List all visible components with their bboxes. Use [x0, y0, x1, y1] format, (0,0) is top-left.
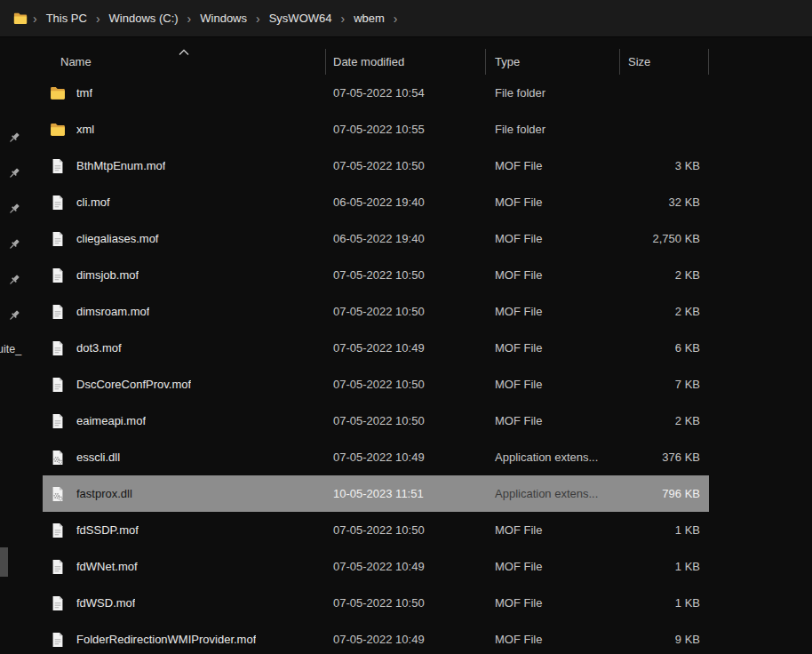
file-type: MOF File	[486, 560, 620, 573]
column-header-type[interactable]: Type	[486, 49, 620, 75]
document-icon	[49, 376, 67, 394]
file-row[interactable]: tmf 07-05-2022 10:54 File folder	[43, 75, 709, 111]
column-header-size[interactable]: Size	[620, 49, 709, 75]
nav-scrollbar-thumb[interactable]	[0, 547, 8, 577]
file-name-cell: xml	[43, 121, 326, 139]
document-icon	[49, 558, 67, 576]
breadcrumb-chevron-icon[interactable]: ›	[30, 12, 40, 25]
pin-icon[interactable]	[6, 202, 21, 217]
file-size: 1 KB	[620, 523, 709, 537]
column-header-date-modified[interactable]: Date modified	[326, 49, 486, 75]
breadcrumb-chevron-icon[interactable]: ›	[93, 12, 103, 25]
file-row[interactable]: fastprox.dll 10-05-2023 11:51 Applicatio…	[43, 475, 709, 512]
nav-item-clipped-label[interactable]: uite_	[0, 343, 21, 355]
file-name: eaimeapi.mof	[76, 414, 146, 427]
file-type: File folder	[486, 86, 620, 100]
file-type: Application extens...	[486, 487, 620, 500]
pin-icon[interactable]	[6, 273, 21, 288]
file-size: 32 KB	[620, 195, 709, 209]
file-row[interactable]: cli.mof 06-05-2022 19:40 MOF File 32 KB	[43, 184, 709, 220]
file-name-cell: fdSSDP.mof	[43, 522, 326, 539]
file-size: 6 KB	[620, 341, 709, 355]
file-row[interactable]: FolderRedirectionWMIProvider.mof 07-05-2…	[43, 621, 709, 654]
file-date-modified: 07-05-2022 10:50	[326, 378, 486, 391]
file-date-modified: 07-05-2022 10:55	[326, 123, 486, 136]
file-size: 2,750 KB	[620, 232, 709, 245]
file-date-modified: 07-05-2022 10:50	[326, 268, 486, 282]
file-row[interactable]: dot3.mof 07-05-2022 10:49 MOF File 6 KB	[43, 330, 709, 366]
column-header-name[interactable]: Name	[43, 49, 326, 75]
file-row[interactable]: DscCoreConfProv.mof 07-05-2022 10:50 MOF…	[43, 366, 709, 403]
file-size: 7 KB	[620, 378, 709, 391]
pin-icon[interactable]	[6, 131, 21, 146]
file-name-cell: esscli.dll	[43, 449, 326, 467]
breadcrumb-item[interactable]: Windows	[194, 8, 253, 28]
file-size: 1 KB	[620, 560, 709, 573]
file-date-modified: 06-05-2022 19:40	[326, 232, 486, 245]
explorer-content: uite_ Name Date modified Type Size tmf	[0, 37, 812, 653]
file-row[interactable]: cliegaliases.mof 06-05-2022 19:40 MOF Fi…	[43, 220, 709, 257]
breadcrumb-chevron-icon[interactable]: ›	[253, 12, 263, 25]
file-type: Application extens...	[486, 451, 620, 464]
pin-icon[interactable]	[6, 166, 21, 181]
file-row[interactable]: fdWSD.mof 07-05-2022 10:50 MOF File 1 KB	[43, 585, 709, 621]
file-row[interactable]: BthMtpEnum.mof 07-05-2022 10:50 MOF File…	[43, 148, 709, 184]
file-name: fdWNet.mof	[76, 560, 138, 573]
file-date-modified: 07-05-2022 10:50	[326, 523, 486, 537]
file-row[interactable]: fdWNet.mof 07-05-2022 10:49 MOF File 1 K…	[43, 548, 709, 585]
file-row[interactable]: esscli.dll 07-05-2022 10:49 Application …	[43, 439, 709, 475]
file-name-cell: FolderRedirectionWMIProvider.mof	[43, 631, 326, 649]
sort-ascending-icon	[179, 49, 189, 56]
file-type: File folder	[486, 123, 620, 136]
file-row[interactable]: xml 07-05-2022 10:55 File folder	[43, 111, 709, 148]
breadcrumb-item[interactable]: This PC	[40, 8, 93, 28]
file-name-cell: DscCoreConfProv.mof	[43, 376, 326, 394]
file-date-modified: 07-05-2022 10:50	[326, 414, 486, 427]
file-row[interactable]: fdSSDP.mof 07-05-2022 10:50 MOF File 1 K…	[43, 512, 709, 548]
file-size: 796 KB	[620, 487, 709, 500]
document-icon	[49, 157, 67, 175]
document-icon	[49, 522, 67, 539]
document-icon	[49, 339, 67, 357]
file-name-cell: dot3.mof	[43, 339, 326, 357]
file-name: DscCoreConfProv.mof	[76, 378, 191, 391]
breadcrumb-chevron-icon[interactable]: ›	[338, 12, 347, 25]
dll-file-icon	[49, 449, 67, 467]
file-name-cell: fdWNet.mof	[43, 558, 326, 576]
file-size: 2 KB	[620, 305, 709, 318]
file-date-modified: 07-05-2022 10:50	[326, 159, 486, 172]
document-icon	[49, 303, 67, 321]
document-icon	[49, 594, 67, 612]
file-name-cell: fdWSD.mof	[43, 594, 326, 612]
file-name: cliegaliases.mof	[76, 232, 159, 245]
document-icon	[49, 230, 67, 248]
breadcrumb-item[interactable]: Windows (C:)	[103, 8, 185, 28]
breadcrumb-item[interactable]: wbem	[347, 8, 391, 28]
file-date-modified: 07-05-2022 10:49	[326, 341, 486, 355]
pin-icon[interactable]	[6, 308, 21, 323]
breadcrumb-chevron-icon[interactable]: ›	[185, 12, 195, 25]
file-row[interactable]: dimsroam.mof 07-05-2022 10:50 MOF File 2…	[43, 293, 709, 330]
file-size: 2 KB	[620, 414, 709, 427]
pin-icon[interactable]	[6, 237, 21, 252]
file-type: MOF File	[486, 414, 620, 427]
file-row[interactable]: eaimeapi.mof 07-05-2022 10:50 MOF File 2…	[43, 403, 709, 439]
file-name: dimsjob.mof	[76, 268, 139, 282]
file-name-cell: fastprox.dll	[43, 485, 326, 503]
breadcrumb-chevron-icon[interactable]: ›	[391, 12, 401, 25]
file-size: 1 KB	[620, 596, 709, 610]
file-name: tmf	[76, 86, 92, 100]
file-type: MOF File	[486, 596, 620, 610]
file-date-modified: 10-05-2023 11:51	[326, 487, 486, 500]
column-header-label: Type	[495, 55, 520, 68]
breadcrumb-item[interactable]: SysWOW64	[263, 8, 338, 28]
file-name-cell: dimsjob.mof	[43, 267, 326, 284]
file-type: MOF File	[486, 341, 620, 355]
file-row[interactable]: dimsjob.mof 07-05-2022 10:50 MOF File 2 …	[43, 257, 709, 293]
file-type: MOF File	[486, 159, 620, 172]
folder-icon	[12, 11, 28, 27]
file-type: MOF File	[486, 633, 620, 646]
file-date-modified: 07-05-2022 10:49	[326, 560, 486, 573]
document-icon	[49, 412, 67, 430]
file-name-cell: BthMtpEnum.mof	[43, 157, 326, 175]
